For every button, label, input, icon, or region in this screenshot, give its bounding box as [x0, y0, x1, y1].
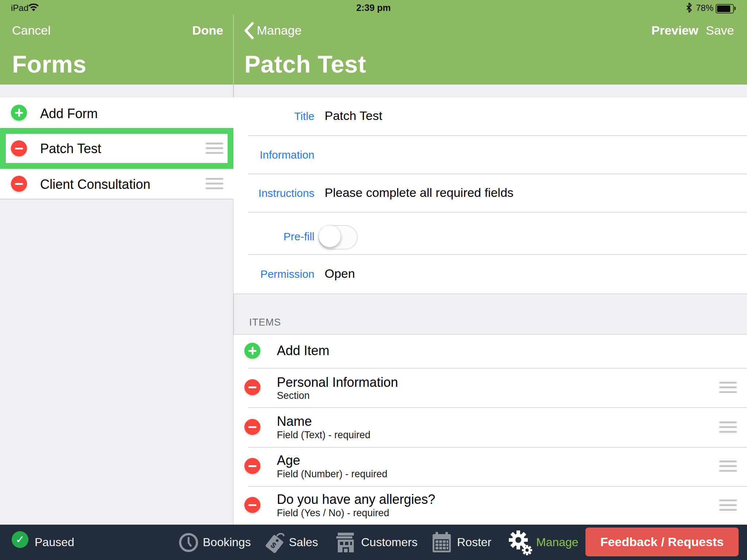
minus-icon[interactable]: [244, 419, 260, 435]
clock-icon: [179, 533, 198, 552]
selected-form-highlight: Patch Test: [0, 128, 233, 169]
item-title: Name: [277, 414, 312, 429]
item-title: Personal Information: [277, 375, 398, 390]
form-detail-title: Patch Test: [244, 50, 366, 78]
row-separator: [248, 486, 747, 487]
prefill-toggle[interactable]: [318, 225, 358, 250]
save-button[interactable]: Save: [706, 23, 734, 38]
permission-field-label: Permission: [233, 268, 314, 280]
minus-icon[interactable]: [244, 497, 260, 513]
row-separator: [248, 212, 747, 213]
forms-page-title: Forms: [12, 50, 86, 78]
row-separator: [248, 135, 747, 136]
group-separator: [233, 293, 747, 294]
item-subtitle: Field (Number) - required: [277, 468, 387, 480]
item-subtitle: Section: [277, 390, 310, 401]
row-separator: [248, 447, 747, 448]
form-row-patch-test[interactable]: Patch Test: [6, 134, 228, 163]
row-separator: [248, 174, 747, 174]
row-separator: [248, 254, 747, 255]
tab-manage-label: Manage: [536, 536, 578, 549]
tab-roster-label: Roster: [457, 536, 491, 549]
reorder-handle[interactable]: [719, 499, 737, 511]
done-button[interactable]: Done: [192, 23, 223, 38]
reorder-handle[interactable]: [719, 382, 737, 393]
app-header: iPad 2:39 pm 78% Cancel Done Forms Manag…: [0, 0, 747, 85]
add-item-label: Add Item: [277, 343, 329, 358]
tab-customers-label: Customers: [361, 536, 418, 549]
chevron-left-icon: [244, 22, 254, 39]
information-field-label: Information: [233, 149, 314, 161]
instructions-field-value: Please complete all required fields: [325, 186, 514, 200]
item-subtitle: Field (Text) - required: [277, 429, 371, 441]
calendar-icon: [431, 531, 452, 553]
tab-sales-label: Sales: [289, 536, 318, 549]
gears-icon: [509, 530, 533, 555]
item-title: Do you have any allergies?: [277, 492, 435, 507]
paused-label: Paused: [35, 536, 74, 549]
prefill-field-label: Pre-fill: [233, 230, 314, 243]
group-separator: [233, 334, 747, 335]
status-bar: iPad 2:39 pm 78%: [0, 0, 747, 15]
price-tag-icon: $: [265, 531, 286, 553]
title-field-label: Title: [233, 110, 314, 122]
plus-icon: [244, 343, 260, 359]
reorder-handle[interactable]: [719, 421, 737, 433]
feedback-requests-button[interactable]: Feedback / Requests: [585, 528, 739, 556]
storefront-icon: [336, 532, 357, 552]
instructions-field-label: Instructions: [233, 187, 314, 199]
plus-icon: [11, 105, 27, 121]
form-editor-panel: Title Patch Test Information Instruction…: [233, 85, 747, 525]
form-row-client-consultation[interactable]: Client Consultation: [0, 169, 233, 199]
bottom-tab-bar: ✓ Paused Bookings $ Sales: [0, 525, 747, 560]
add-form-row[interactable]: Add Form: [0, 97, 233, 128]
item-subtitle: Field (Yes / No) - required: [277, 508, 389, 519]
minus-icon[interactable]: [244, 379, 260, 395]
battery-icon: [716, 4, 734, 13]
battery-percent-label: 78%: [696, 3, 713, 13]
row-separator: [248, 368, 747, 369]
row-separator: [248, 407, 747, 408]
form-name-label: Patch Test: [40, 141, 101, 156]
preview-button[interactable]: Preview: [651, 23, 698, 38]
reorder-handle[interactable]: [719, 460, 737, 472]
permission-field-value: Open: [325, 267, 355, 281]
clock-time: 2:39 pm: [0, 3, 747, 13]
title-field-value: Patch Test: [325, 109, 382, 123]
header-divider: [233, 15, 234, 85]
items-section-header: ITEMS: [249, 317, 281, 328]
reorder-handle[interactable]: [206, 143, 223, 154]
form-name-label: Client Consultation: [40, 177, 150, 192]
tab-bookings-label: Bookings: [203, 536, 251, 549]
reorder-handle[interactable]: [206, 178, 223, 190]
minus-icon[interactable]: [244, 458, 260, 474]
back-button[interactable]: Manage: [257, 23, 302, 38]
minus-icon[interactable]: [11, 140, 27, 156]
bluetooth-icon: [686, 3, 692, 13]
add-form-label: Add Form: [40, 106, 98, 121]
minus-icon[interactable]: [11, 176, 27, 192]
item-title: Age: [277, 453, 300, 468]
check-icon: ✓: [12, 531, 28, 548]
cancel-button[interactable]: Cancel: [12, 23, 51, 38]
